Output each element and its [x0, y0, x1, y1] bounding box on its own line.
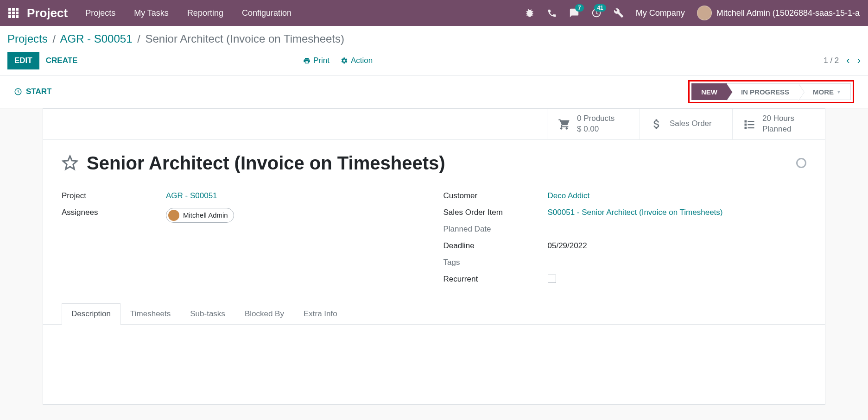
- pager-prev-icon[interactable]: ‹: [846, 55, 849, 67]
- tab-extra-info[interactable]: Extra Info: [294, 303, 347, 325]
- pager-next-icon[interactable]: ›: [857, 55, 861, 67]
- customer-label: Customer: [444, 191, 548, 201]
- apps-icon[interactable]: [8, 8, 19, 18]
- topnav-right: 7 41 My Company Mitchell Admin (15026884…: [525, 6, 860, 20]
- planned-date-label: Planned Date: [444, 225, 548, 234]
- tasks-icon: [743, 118, 756, 131]
- stage-in-progress[interactable]: IN PROGRESS: [727, 83, 799, 100]
- company-name[interactable]: My Company: [636, 8, 685, 18]
- activities-icon[interactable]: 41: [591, 8, 602, 18]
- stage-more[interactable]: MORE▼: [799, 83, 851, 100]
- print-label: Print: [313, 56, 329, 65]
- user-avatar-icon: [697, 6, 712, 20]
- breadcrumb-sep: /: [137, 32, 140, 45]
- stat-products-line1: 0 Products: [577, 113, 615, 124]
- stat-buttons: 0 Products $ 0.00 Sales Order 20 Hours P…: [43, 109, 825, 140]
- deadline-label: Deadline: [444, 241, 548, 251]
- stat-products[interactable]: 0 Products $ 0.00: [547, 109, 640, 139]
- user-name: Mitchell Admin (15026884-saas-15-1-a: [716, 8, 860, 18]
- nav-projects[interactable]: Projects: [85, 8, 115, 18]
- task-title: Senior Architect (Invoice on Timesheets): [87, 153, 445, 174]
- caret-down-icon: ▼: [836, 89, 841, 94]
- breadcrumb-sep: /: [52, 32, 56, 45]
- nav-menu: Projects My Tasks Reporting Configuratio…: [85, 8, 291, 18]
- phone-icon[interactable]: [547, 8, 557, 18]
- title-row: Senior Architect (Invoice on Timesheets): [43, 140, 825, 178]
- tab-sub-tasks[interactable]: Sub-tasks: [180, 303, 235, 325]
- nav-my-tasks[interactable]: My Tasks: [134, 8, 169, 18]
- stat-hours-line1: 20 Hours: [762, 113, 794, 124]
- assignee-avatar-icon: [168, 210, 179, 221]
- status-row: START NEW IN PROGRESS MORE▼: [0, 75, 868, 108]
- tab-description[interactable]: Description: [62, 303, 120, 325]
- deadline-value: 05/29/2022: [548, 241, 587, 251]
- kanban-state-icon[interactable]: [796, 158, 806, 168]
- breadcrumb: Projects / AGR - S00051 / Senior Archite…: [0, 26, 868, 48]
- start-button[interactable]: START: [14, 87, 51, 96]
- stat-products-line2: $ 0.00: [577, 124, 615, 135]
- stat-hours-line2: Planned: [762, 124, 794, 135]
- start-label: START: [26, 87, 51, 96]
- toolbar: EDIT CREATE Print Action 1 / 2 ‹ ›: [0, 48, 868, 75]
- app-brand[interactable]: Project: [27, 6, 68, 20]
- tools-icon[interactable]: [614, 8, 624, 18]
- gear-icon: [341, 57, 348, 64]
- nav-reporting[interactable]: Reporting: [187, 8, 223, 18]
- status-bar: NEW IN PROGRESS MORE▼: [688, 80, 854, 103]
- pager: 1 / 2 ‹ ›: [824, 55, 861, 67]
- user-menu[interactable]: Mitchell Admin (15026884-saas-15-1-a: [697, 6, 860, 20]
- nav-configuration[interactable]: Configuration: [242, 8, 291, 18]
- bug-icon[interactable]: [525, 8, 535, 18]
- cart-icon: [558, 118, 570, 131]
- action-label: Action: [351, 56, 373, 65]
- control-bar: Projects / AGR - S00051 / Senior Archite…: [0, 26, 868, 75]
- tab-blocked-by[interactable]: Blocked By: [235, 303, 294, 325]
- stage-more-label: MORE: [813, 88, 834, 96]
- favorite-star-icon[interactable]: [62, 155, 78, 171]
- project-label: Project: [62, 191, 166, 201]
- tab-timesheets[interactable]: Timesheets: [120, 303, 180, 325]
- customer-link[interactable]: Deco Addict: [548, 191, 590, 200]
- top-navbar: Project Projects My Tasks Reporting Conf…: [0, 0, 868, 26]
- breadcrumb-project-name[interactable]: AGR - S00051: [60, 32, 132, 45]
- form-sheet: 0 Products $ 0.00 Sales Order 20 Hours P…: [43, 108, 825, 405]
- project-link[interactable]: AGR - S00051: [166, 191, 217, 200]
- form-col-left: Project AGR - S00051 Assignees Mitchell …: [62, 188, 425, 289]
- action-button[interactable]: Action: [341, 56, 373, 65]
- breadcrumb-projects[interactable]: Projects: [7, 32, 48, 45]
- stat-hours-planned[interactable]: 20 Hours Planned: [732, 109, 825, 139]
- assignee-chip[interactable]: Mitchell Admin: [166, 208, 234, 223]
- messages-badge: 7: [575, 4, 584, 12]
- create-button[interactable]: CREATE: [46, 56, 78, 65]
- soi-label: Sales Order Item: [444, 208, 548, 217]
- print-button[interactable]: Print: [303, 56, 329, 65]
- recurrent-label: Recurrent: [444, 275, 548, 285]
- print-icon: [303, 57, 310, 64]
- stage-new[interactable]: NEW: [691, 83, 727, 100]
- breadcrumb-current: Senior Architect (Invoice on Timesheets): [146, 32, 345, 45]
- messages-icon[interactable]: 7: [569, 8, 579, 18]
- assignee-name: Mitchell Admin: [183, 211, 228, 219]
- tags-label: Tags: [444, 258, 548, 267]
- assignees-label: Assignees: [62, 208, 166, 223]
- stat-sales-order[interactable]: Sales Order: [640, 109, 732, 139]
- pager-value: 1 / 2: [824, 56, 839, 65]
- clock-icon: [14, 88, 22, 96]
- form-col-right: Customer Deco Addict Sales Order Item S0…: [444, 188, 807, 289]
- sheet-wrapper: 0 Products $ 0.00 Sales Order 20 Hours P…: [0, 108, 868, 405]
- stat-sales-order-label: Sales Order: [670, 119, 712, 129]
- form-grid: Project AGR - S00051 Assignees Mitchell …: [43, 178, 825, 303]
- activities-badge: 41: [594, 4, 606, 12]
- tabs: Description Timesheets Sub-tasks Blocked…: [43, 303, 825, 325]
- edit-button[interactable]: EDIT: [7, 52, 39, 69]
- soi-link[interactable]: S00051 - Senior Architect (Invoice on Ti…: [548, 208, 723, 217]
- recurrent-checkbox[interactable]: [548, 275, 556, 283]
- dollar-icon: [650, 118, 663, 131]
